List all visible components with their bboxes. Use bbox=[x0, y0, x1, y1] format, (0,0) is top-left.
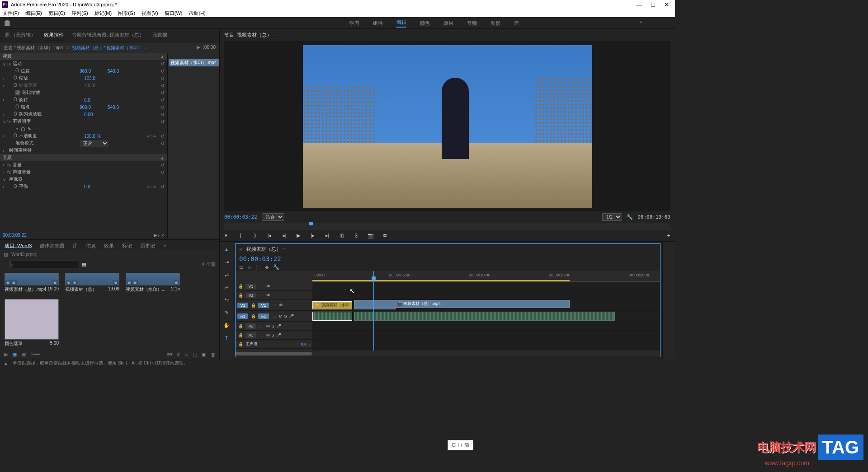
v1-src[interactable]: V1 bbox=[237, 303, 248, 308]
panner-label[interactable]: 声像器 bbox=[9, 176, 86, 182]
a1-lock[interactable]: 🔒 bbox=[250, 314, 256, 318]
clip-video-mp4[interactable]: 🎬 视频素材（总）.mp4 bbox=[354, 300, 570, 308]
flicker-reset[interactable]: ↺ bbox=[161, 112, 165, 117]
audio-clip-1[interactable] bbox=[312, 312, 352, 321]
position-stopwatch[interactable]: Ö bbox=[15, 68, 19, 73]
anchor-stopwatch[interactable]: Ö bbox=[15, 104, 19, 109]
anchor-x[interactable]: 960.0 bbox=[80, 105, 102, 110]
balance-stopwatch[interactable]: Ö bbox=[14, 184, 17, 189]
fit-select[interactable]: 适合 bbox=[262, 213, 284, 221]
search-input[interactable] bbox=[10, 261, 78, 268]
flicker-value[interactable]: 0.00 bbox=[84, 112, 107, 117]
program-scrubber[interactable] bbox=[224, 223, 670, 230]
sort-icon[interactable]: ≡▾ bbox=[167, 351, 173, 357]
wrench-tl-icon[interactable]: 🔧 bbox=[273, 264, 279, 270]
panner-toggle[interactable]: ∨ bbox=[3, 177, 7, 182]
menu-window[interactable]: 窗口(W) bbox=[165, 10, 183, 17]
menu-graphics[interactable]: 图形(G) bbox=[118, 10, 135, 17]
ec-export-icon[interactable]: ↗ bbox=[161, 233, 165, 238]
opacity-keyframe-nav[interactable]: ◂ ◇ ▸ bbox=[146, 134, 156, 138]
motion-toggle[interactable]: ∨ bbox=[3, 61, 7, 66]
track-select-tool[interactable]: ⇥ bbox=[222, 258, 231, 266]
mask-ellipse-icon[interactable]: ○ bbox=[15, 126, 18, 131]
a3-lock[interactable]: 🔒 bbox=[237, 333, 244, 337]
a3-label[interactable]: A3 bbox=[245, 332, 256, 338]
scale-value[interactable]: 123.0 bbox=[84, 76, 107, 81]
tab-source[interactable]: 源:（无剪辑） bbox=[5, 32, 36, 40]
master-lock[interactable]: 🔒 bbox=[237, 342, 244, 346]
tab-libraries[interactable]: 库 bbox=[73, 243, 78, 248]
clip-watermark[interactable]: 🔒 视频素材（水印 bbox=[312, 301, 352, 309]
zoom-slider[interactable]: ○━━ bbox=[30, 351, 40, 357]
tab-effects[interactable]: 效果 bbox=[104, 243, 114, 248]
scale-w-reset[interactable]: ↺ bbox=[161, 83, 165, 88]
ws-learn[interactable]: 学习 bbox=[349, 20, 359, 27]
lift-icon[interactable]: ⎗ bbox=[338, 233, 345, 238]
ws-graphics[interactable]: 图形 bbox=[491, 20, 500, 27]
rotation-reset[interactable]: ↺ bbox=[161, 98, 165, 103]
bin-item[interactable]: ▣▣▣ 视频素材（总）.mp419:09 bbox=[5, 273, 59, 293]
motion-label[interactable]: 运动 bbox=[13, 61, 90, 67]
menu-help[interactable]: 帮助(H) bbox=[189, 10, 205, 17]
opacity-toggle[interactable]: ∨ bbox=[3, 119, 7, 124]
audio-clip-2[interactable] bbox=[354, 312, 615, 321]
new-item-icon[interactable]: ▣ bbox=[202, 351, 206, 357]
icon-view-icon[interactable]: ▦ bbox=[12, 351, 17, 357]
snap-icon[interactable]: ⊏ bbox=[239, 264, 243, 270]
minimize-button[interactable]: — bbox=[636, 1, 642, 8]
new-bin-icon[interactable]: ▢ bbox=[193, 351, 197, 357]
a2-label[interactable]: A2 bbox=[245, 323, 256, 329]
a1-src[interactable]: A1 bbox=[237, 313, 248, 319]
v1-label[interactable]: V1 bbox=[258, 303, 269, 308]
extract-icon[interactable]: ⎘ bbox=[353, 233, 360, 238]
mark-in-icon[interactable]: ▾ bbox=[222, 233, 230, 238]
v2-label[interactable]: V2 bbox=[245, 293, 256, 298]
position-x[interactable]: 960.0 bbox=[80, 69, 102, 74]
bin-item[interactable]: ▣▣▣ 视频素材（总）19:09 bbox=[65, 273, 119, 293]
mark-out-icon[interactable]: { bbox=[237, 233, 244, 238]
menu-edit[interactable]: 编辑(E) bbox=[25, 10, 42, 17]
uniform-reset[interactable]: ↺ bbox=[161, 90, 165, 95]
v3-label[interactable]: V3 bbox=[245, 284, 256, 289]
ws-editing[interactable]: 编辑 bbox=[396, 19, 406, 28]
v3-output[interactable]: ⬚ bbox=[258, 284, 264, 289]
close-button[interactable]: ✕ bbox=[664, 1, 670, 8]
a3-mic-icon[interactable]: 🎤 bbox=[276, 333, 281, 337]
position-y[interactable]: 540.0 bbox=[108, 69, 119, 74]
timeline-timecode[interactable]: 00:00:03:22 bbox=[236, 254, 660, 263]
audio-toggle[interactable]: ▲ bbox=[160, 155, 165, 160]
a1-label[interactable]: A1 bbox=[258, 313, 269, 319]
pen-tool[interactable]: ✎ bbox=[222, 308, 231, 317]
slip-tool[interactable]: ⇆ bbox=[222, 296, 231, 304]
master-value[interactable]: 0.0 bbox=[301, 342, 307, 346]
maximize-button[interactable]: □ bbox=[651, 1, 655, 8]
rotation-value[interactable]: 0.0 bbox=[84, 98, 107, 103]
type-tool[interactable]: T bbox=[222, 334, 231, 342]
play-icon[interactable]: ▶ bbox=[295, 233, 302, 238]
effect-controls-timeline[interactable]: 视频素材（水印）.mp4 bbox=[167, 53, 219, 238]
hand-tool[interactable]: ✋ bbox=[222, 321, 231, 329]
ws-assembly[interactable]: 组件 bbox=[373, 20, 383, 27]
razor-tool[interactable]: ✂ bbox=[222, 283, 231, 291]
menu-marker[interactable]: 标记(M) bbox=[94, 10, 112, 17]
go-in-icon[interactable]: |◂ bbox=[266, 233, 273, 238]
export-frame-icon[interactable]: 📷 bbox=[367, 233, 374, 238]
button-editor-icon[interactable]: + bbox=[665, 233, 672, 238]
bin-item[interactable]: 颜色遮罩5:00 bbox=[5, 299, 59, 347]
tab-effect-controls[interactable]: 效果控件 bbox=[44, 32, 64, 40]
marker-add-icon[interactable]: ⬚ bbox=[256, 264, 260, 270]
blend-reset[interactable]: ↺ bbox=[161, 141, 165, 146]
filter-icon[interactable]: ▦ bbox=[82, 262, 86, 267]
channel-reset[interactable]: ↺ bbox=[161, 170, 165, 175]
tab-media-browser[interactable]: 媒体浏览器 bbox=[40, 243, 65, 248]
bin-item[interactable]: ▣▣▣ 视频素材（水印）...2:15 bbox=[126, 273, 180, 293]
tab-audio-mixer[interactable]: 音频剪辑混合器: 视频素材（总） bbox=[72, 32, 144, 40]
volume-label[interactable]: 音量 bbox=[13, 162, 90, 168]
section-toggle[interactable]: ▲ bbox=[160, 54, 165, 59]
list-view-icon[interactable]: ⊞ bbox=[4, 351, 8, 357]
tab-metadata[interactable]: 元数据 bbox=[152, 32, 167, 40]
blend-mode-select[interactable]: 正常 bbox=[80, 140, 108, 147]
menu-file[interactable]: 文件(F) bbox=[3, 10, 19, 17]
v2-lock[interactable]: 🔒 bbox=[237, 293, 244, 298]
motion-reset[interactable]: ↺ bbox=[161, 61, 165, 66]
